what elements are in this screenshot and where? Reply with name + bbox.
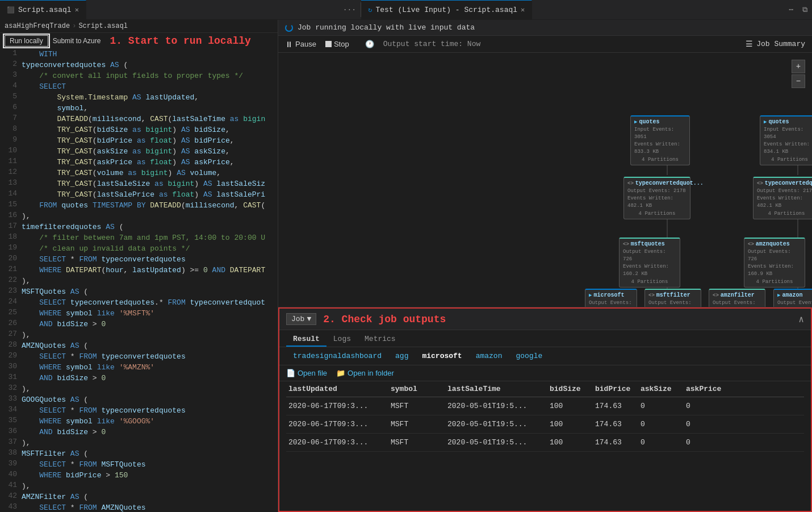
open-file-button[interactable]: 📄 Open file	[286, 369, 327, 377]
node-typeconverted-2[interactable]: <> typeconvertedquot... Output Events: 2…	[753, 177, 812, 219]
cell-bidSize-0: 100	[547, 402, 593, 410]
code-line: 32 ),	[0, 384, 278, 394]
open-folder-label: Open in folder	[348, 369, 394, 377]
tab-logs[interactable]: Logs	[327, 332, 358, 347]
spinning-icon	[285, 24, 293, 32]
tab-more-right[interactable]: ⋯	[784, 0, 798, 19]
node-amazon[interactable]: ▶ amazon Output Events: 726Events Writte…	[773, 289, 812, 307]
code-line: 12 TRY_CAST(volume as bigint) AS volume,	[0, 168, 278, 178]
cell-askSize-1: 0	[638, 420, 684, 428]
node-microsoft[interactable]: ▶ microsoft Output Events: 726Events Wri…	[585, 289, 637, 307]
run-locally-button[interactable]: Run locally	[5, 35, 48, 47]
code-line: 5 System.Timestamp AS lastUpdated,	[0, 92, 278, 103]
zoom-out-button[interactable]: −	[792, 74, 805, 88]
col-lastUpdated: lastUpdated	[286, 385, 388, 393]
output-panel: Job ▼ 2. Check job outputs ∧ Result Logs…	[278, 307, 812, 512]
code-line: 36 AND bidSize > 0	[0, 427, 278, 438]
open-folder-button[interactable]: 📁 Open in folder	[336, 369, 394, 377]
table-row: 2020-06-17T09:3... MSFT 2020-05-01T19:5.…	[286, 397, 804, 415]
pause-icon: ⏸	[285, 40, 293, 49]
tab-right-close[interactable]: ✕	[521, 6, 525, 14]
subtab-google[interactable]: google	[509, 351, 549, 361]
code-line: 3 /* convert all input fields to proper …	[0, 70, 278, 81]
code-line: 29 SELECT * FROM typeconvertedquotes	[0, 351, 278, 362]
open-file-label: Open file	[298, 369, 327, 377]
subtab-tradesignaldashboard[interactable]: tradesignaldashboard	[286, 351, 388, 361]
pause-label: Pause	[295, 40, 316, 48]
cell-askPrice-0: 0	[684, 402, 729, 410]
col-symbol: symbol	[388, 385, 445, 393]
code-line: 15 FROM quotes TIMESTAMP BY DATEADD(mill…	[0, 200, 278, 211]
table-row: 2020-06-17T09:3... MSFT 2020-05-01T19:5.…	[286, 415, 804, 434]
tab-test-right[interactable]: ↻ Test (Live Input) - Script.asaql ✕	[361, 0, 532, 19]
folder-icon: 📁	[336, 369, 345, 377]
node-amznfilter[interactable]: <> amznfilter Output Events: 726Events W…	[709, 289, 765, 307]
right-panel: Job running locally with live input data…	[278, 20, 812, 512]
cell-lastSaleTime-2: 2020-05-01T19:5...	[445, 438, 547, 447]
table-header: lastUpdated symbol lastSaleTime bidSize …	[286, 381, 804, 397]
cell-symbol-1: MSFT	[388, 420, 445, 428]
job-status-text: Job running locally with live input data	[298, 23, 475, 32]
main-content: asaHighFreqTrade › Script.asaql Run loca…	[0, 20, 812, 512]
code-line: 39 SELECT * FROM MSFTQuotes	[0, 459, 278, 470]
code-line: 19 /* clean up invalid data points */	[0, 243, 278, 254]
tab-metrics[interactable]: Metrics	[358, 332, 403, 347]
code-line: 2 typeconvertedquotes AS (	[0, 60, 278, 70]
code-line: 34 SELECT * FROM typeconvertedquotes	[0, 405, 278, 416]
cell-bidPrice-0: 174.63	[593, 402, 638, 410]
stop-label: Stop	[334, 40, 349, 48]
code-line: 43 SELECT * FROM AMZNQuotes	[0, 502, 278, 512]
col-bidSize: bidSize	[547, 385, 593, 393]
subtab-microsoft[interactable]: microsoft	[415, 351, 468, 361]
col-askSize: askSize	[638, 385, 684, 393]
tab-left-label: Script.asaql	[18, 6, 72, 14]
code-line: 33 GOOGQuotes AS (	[0, 394, 278, 405]
cell-lastSaleTime-1: 2020-05-01T19:5...	[445, 420, 547, 428]
code-editor[interactable]: 1 WITH 2 typeconvertedquotes AS ( 3 /* c…	[0, 49, 278, 512]
output-actions: 📄 Open file 📁 Open in folder	[279, 365, 811, 381]
stop-button[interactable]: Stop	[325, 40, 349, 48]
output-table: lastUpdated symbol lastSaleTime bidSize …	[279, 381, 811, 511]
cell-askSize-0: 0	[638, 402, 684, 410]
window-controls: ⧉	[798, 0, 812, 19]
diagram-area[interactable]: + − ▶ quotes Input Events: 3051Events Wr…	[278, 53, 812, 307]
editor-toolbar: Run locally Submit to Azure 1. Start to …	[0, 33, 278, 49]
code-line: 8 TRY_CAST(bidSize as bigint) AS bidSize…	[0, 124, 278, 135]
job-dropdown[interactable]: Job ▼	[286, 313, 316, 325]
subtab-agg[interactable]: agg	[388, 351, 415, 361]
tab-result[interactable]: Result	[286, 332, 327, 347]
node-msftquotes[interactable]: <> msftquotes Output Events: 726Events W…	[619, 238, 680, 288]
split-editor-icon[interactable]: ⧉	[802, 6, 807, 14]
subtab-amazon[interactable]: amazon	[469, 351, 509, 361]
job-summary-label[interactable]: Job Summary	[756, 40, 805, 48]
col-askPrice: askPrice	[684, 385, 729, 393]
code-line: 13 TRY_CAST(lastSaleSize as bigint) AS l…	[0, 178, 278, 189]
script-icon: ⬛	[7, 6, 15, 14]
code-line: 10 TRY_CAST(askSize as bigint) AS askSiz…	[0, 146, 278, 157]
code-line: 14 TRY_CAST(lastSalePrice as float) AS l…	[0, 189, 278, 200]
zoom-in-button[interactable]: +	[792, 60, 805, 73]
cell-lastSaleTime-0: 2020-05-01T19:5...	[445, 402, 547, 410]
tab-script-left[interactable]: ⬛ Script.asaql ✕	[0, 0, 86, 19]
job-controls: ⏸ Pause Stop 🕐 Output start time: Now ☰ …	[278, 36, 812, 53]
node-msftfilter[interactable]: <> msftfilter Output Events: 726Events W…	[644, 289, 701, 307]
submit-azure-button[interactable]: Submit to Azure	[53, 37, 101, 45]
collapse-button[interactable]: ∧	[798, 314, 804, 325]
node-amznquotes[interactable]: <> amznquotes Output Events: 726Events W…	[744, 238, 805, 288]
chevron-down-icon: ▼	[307, 315, 311, 323]
stop-icon	[325, 41, 332, 47]
node-quotes-1[interactable]: ▶ quotes Input Events: 3051Events Writte…	[630, 115, 690, 165]
code-line: 6 symbol,	[0, 103, 278, 114]
list-icon: ☰	[746, 39, 753, 49]
node-quotes-2[interactable]: ▶ quotes Input Events: 3054Events Writte…	[760, 115, 812, 165]
dropdown-label: Job	[291, 315, 304, 323]
tab-left-close[interactable]: ✕	[75, 6, 79, 14]
pause-button[interactable]: ⏸ Pause	[285, 40, 316, 49]
cell-lastUpdated-1: 2020-06-17T09:3...	[286, 420, 388, 428]
code-line: 4 SELECT	[0, 81, 278, 92]
tab-more-left[interactable]: ···	[338, 0, 361, 19]
code-line: 38 MSFTFilter AS (	[0, 448, 278, 459]
code-line: 37 ),	[0, 438, 278, 448]
annotation-1: 1. Start to run locally	[110, 35, 250, 47]
node-typeconverted-1[interactable]: <> typeconvertedquot... Output Events: 2…	[623, 177, 690, 219]
